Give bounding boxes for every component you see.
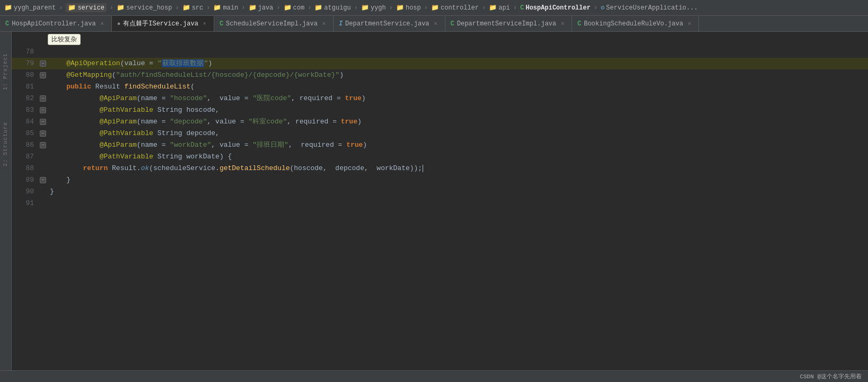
tab-close-5[interactable]: × bbox=[559, 20, 566, 28]
line-content-86: @ApiParam(name = "workDate", value = "排班… bbox=[48, 139, 868, 151]
breadcrumb-sep-3: › bbox=[175, 4, 179, 12]
code-line-90: 90 } bbox=[12, 186, 868, 198]
code-line-79: 79 − @ApiOperation(value = "获取排班数据") bbox=[12, 58, 868, 69]
line-content-85: @PathVariable String depcode, bbox=[48, 128, 868, 139]
fold-89[interactable]: − bbox=[38, 174, 48, 186]
folder-icon-hosp2: 📁 bbox=[396, 4, 404, 12]
tab-bookingschedulerulevo[interactable]: C BookingScheduleRuleVo.java × bbox=[572, 16, 699, 31]
breadcrumb-atguigu[interactable]: 📁 atguigu bbox=[314, 4, 350, 12]
tab-close-2[interactable]: × bbox=[201, 20, 208, 28]
line-num-82: 82 bbox=[12, 93, 38, 104]
line-num-80: 80 bbox=[12, 69, 38, 81]
line-num-81: 81 bbox=[12, 81, 38, 93]
tab-departmentservice[interactable]: I DepartmentService.java × bbox=[334, 16, 445, 31]
line-content-84: @ApiParam(name = "depcode", value = "科室c… bbox=[48, 116, 868, 128]
tabs-bar: C HospApiController.java × ● 有点棘手IServic… bbox=[0, 16, 868, 32]
line-content-79: @ApiOperation(value = "获取排班数据") bbox=[48, 58, 868, 69]
folder-icon-java: 📁 bbox=[249, 4, 257, 12]
breadcrumb-com[interactable]: 📁 com bbox=[284, 4, 305, 12]
folder-icon-hosp: 📁 bbox=[117, 4, 125, 12]
code-line-91: 91 bbox=[12, 198, 868, 209]
tab-hospapicontroller[interactable]: C HospApiController.java × bbox=[0, 16, 112, 31]
tab-iservice[interactable]: ● 有点棘手IService.java × bbox=[112, 16, 214, 32]
breadcrumb-java[interactable]: 📁 java bbox=[249, 4, 274, 12]
breadcrumb-sep-2: › bbox=[110, 4, 113, 12]
fold-83[interactable]: − bbox=[38, 104, 48, 116]
line-num-87: 87 bbox=[12, 151, 38, 163]
main-area: 1: Project 2: Structure 比较复杂 78 79 − @Ap… bbox=[0, 32, 868, 370]
line-num-85: 85 bbox=[12, 128, 38, 139]
code-line-85: 85 − @PathVariable String depcode, bbox=[12, 128, 868, 139]
fold-85[interactable]: − bbox=[38, 128, 48, 139]
tab-modified-icon: ● bbox=[117, 21, 121, 27]
folder-icon-service: 📁 bbox=[68, 4, 76, 12]
line-num-91: 91 bbox=[12, 198, 38, 209]
structure-label[interactable]: 2: Structure bbox=[3, 122, 8, 166]
breadcrumb-controller[interactable]: 📁 controller bbox=[431, 4, 479, 12]
tab-departmentserviceimpl[interactable]: C DepartmentServiceImpl.java × bbox=[445, 16, 572, 31]
status-bar: CSDN @这个名字先用着 bbox=[0, 370, 868, 382]
breadcrumb-api[interactable]: 📁 api bbox=[489, 4, 510, 12]
line-num-78: 78 bbox=[12, 46, 38, 58]
folder-icon-controller: 📁 bbox=[431, 4, 439, 12]
breadcrumb-sep-1: › bbox=[59, 4, 63, 12]
breadcrumb-method[interactable]: ⚙ ServiceUserApplicatio... bbox=[601, 4, 698, 12]
code-line-84: 84 − @ApiParam(name = "depcode", value =… bbox=[12, 116, 868, 128]
status-text: CSDN @这个名字先用着 bbox=[800, 372, 862, 380]
tab-close-6[interactable]: × bbox=[686, 20, 693, 28]
tab-c-icon-3: C bbox=[220, 20, 223, 28]
line-num-83: 83 bbox=[12, 104, 38, 116]
fold-84[interactable]: − bbox=[38, 116, 48, 128]
breadcrumb-service-hosp[interactable]: 📁 service_hosp bbox=[117, 4, 172, 12]
line-content-82: @ApiParam(name = "hoscode", value = "医院c… bbox=[48, 93, 868, 104]
fold-87 bbox=[38, 151, 48, 163]
tab-label-4: DepartmentService.java bbox=[345, 20, 429, 28]
breadcrumb-main[interactable]: 📁 main bbox=[213, 4, 238, 12]
line-content-90: } bbox=[48, 186, 868, 198]
fold-81 bbox=[38, 81, 48, 93]
breadcrumb-src[interactable]: 📁 src bbox=[182, 4, 204, 12]
fold-80[interactable]: − bbox=[38, 69, 48, 81]
code-line-86: 86 − @ApiParam(name = "workDate", value … bbox=[12, 139, 868, 151]
line-num-86: 86 bbox=[12, 139, 38, 151]
line-content-87: @PathVariable String workDate) { bbox=[48, 151, 868, 163]
code-line-82: 82 − @ApiParam(name = "hoscode", value =… bbox=[12, 93, 868, 104]
line-num-90: 90 bbox=[12, 186, 38, 198]
breadcrumb-yygh-parent[interactable]: 📁 yygh_parent bbox=[4, 4, 56, 12]
tab-close-3[interactable]: × bbox=[320, 20, 328, 28]
breadcrumb-yygh[interactable]: 📁 yygh bbox=[361, 4, 386, 12]
tab-c-icon-1: C bbox=[5, 20, 9, 28]
project-label[interactable]: 1: Project bbox=[3, 53, 8, 90]
side-gutter: 1: Project 2: Structure bbox=[0, 32, 12, 370]
line-num-89: 89 bbox=[12, 174, 38, 186]
tab-close-1[interactable]: × bbox=[99, 20, 106, 28]
line-content-89: } bbox=[48, 174, 868, 186]
folder-icon-com: 📁 bbox=[284, 4, 292, 12]
tab-scheduleserviceimpl[interactable]: C ScheduleServiceImpl.java × bbox=[214, 16, 334, 31]
line-num-88: 88 bbox=[12, 163, 38, 174]
tab-label-2: 有点棘手IService.java bbox=[123, 19, 198, 28]
line-content-83: @PathVariable String hoscode, bbox=[48, 104, 868, 116]
folder-icon-api: 📁 bbox=[489, 4, 497, 12]
code-line-78: 78 bbox=[12, 46, 868, 58]
tab-i-icon-4: I bbox=[339, 20, 343, 28]
folder-icon-yygh: 📁 bbox=[361, 4, 369, 12]
tab-close-4[interactable]: × bbox=[432, 20, 440, 28]
breadcrumb-hosp[interactable]: 📁 hosp bbox=[396, 4, 421, 12]
class-icon: C bbox=[520, 4, 524, 12]
folder-icon: 📁 bbox=[4, 4, 12, 12]
code-editor[interactable]: 比较复杂 78 79 − @ApiOperation(value = "获取排班… bbox=[12, 32, 868, 370]
tooltip-text: 比较复杂 bbox=[48, 34, 81, 45]
breadcrumb-service[interactable]: 📁 service bbox=[66, 3, 106, 12]
breadcrumb-class[interactable]: C HospApiController bbox=[520, 4, 591, 12]
fold-88 bbox=[38, 163, 48, 174]
fold-82[interactable]: − bbox=[38, 93, 48, 104]
fold-90 bbox=[38, 186, 48, 198]
fold-86[interactable]: − bbox=[38, 139, 48, 151]
line-num-84: 84 bbox=[12, 116, 38, 128]
line-num-79: 79 bbox=[12, 58, 38, 69]
fold-79[interactable]: − bbox=[38, 58, 48, 69]
breadcrumb-bar: 📁 yygh_parent › 📁 service › 📁 service_ho… bbox=[0, 0, 868, 16]
code-line-87: 87 @PathVariable String workDate) { bbox=[12, 151, 868, 163]
fold-78 bbox=[38, 46, 48, 58]
